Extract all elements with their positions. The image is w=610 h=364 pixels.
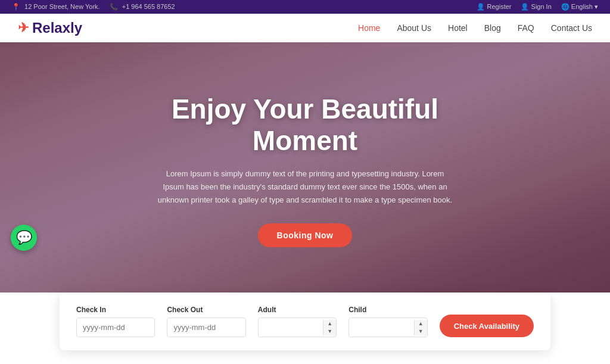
chevron-down-icon: ▾ — [595, 3, 598, 10]
adult-arrows: ▲ ▼ — [323, 320, 336, 335]
signin-icon: 👤 — [521, 3, 531, 10]
nav-item-blog[interactable]: Blog — [484, 23, 501, 33]
checkout-label: Check Out — [167, 306, 245, 314]
child-input[interactable]: 0 — [349, 318, 414, 337]
phone: 📞 +1 964 565 87652 — [110, 3, 175, 11]
child-label: Child — [348, 306, 427, 314]
address: 📍 12 Poor Street, New York. — [12, 3, 100, 11]
adult-down-arrow[interactable]: ▼ — [323, 328, 336, 335]
logo-text: Relaxly — [32, 20, 82, 36]
about-section: About Us Welcome to Relaxly Modern Hotel — [0, 350, 610, 364]
child-field: Child 0 ▲ ▼ — [348, 306, 427, 337]
adult-input[interactable]: 1 — [259, 318, 323, 337]
globe-icon: 🌐 — [561, 3, 571, 10]
search-box: Check In Check Out Adult 1 ▲ ▼ Child 0 ▲ — [60, 293, 550, 350]
plane-icon: ✈ — [18, 20, 29, 36]
nav-item-faq[interactable]: FAQ — [518, 23, 534, 33]
child-arrows: ▲ ▼ — [414, 320, 427, 335]
signin-link[interactable]: 👤 Sign In — [521, 3, 551, 11]
nav-item-hotel[interactable]: Hotel — [448, 23, 468, 33]
register-icon: 👤 — [477, 3, 487, 10]
nav-link-faq[interactable]: FAQ — [518, 23, 534, 33]
nav-item-contact[interactable]: Contact Us — [551, 23, 592, 33]
nav-link-home[interactable]: Home — [358, 23, 380, 33]
checkout-field: Check Out — [167, 306, 245, 337]
navbar: ✈ Relaxly Home About Us Hotel Blog FAQ C… — [0, 14, 610, 42]
hero-description: Lorem Ipsum is simply dummy text of the … — [156, 167, 454, 207]
adult-up-arrow[interactable]: ▲ — [323, 320, 336, 328]
child-spinner[interactable]: 0 ▲ ▼ — [348, 318, 427, 337]
hero-title: Enjoy Your Beautiful Moment — [119, 94, 491, 157]
hero-section: 💬 Enjoy Your Beautiful Moment Lorem Ipsu… — [0, 42, 610, 298]
logo[interactable]: ✈ Relaxly — [18, 20, 82, 36]
phone-icon: 📞 — [110, 3, 118, 10]
child-down-arrow[interactable]: ▼ — [415, 328, 427, 335]
nav-link-contact[interactable]: Contact Us — [551, 23, 592, 33]
search-section: Check In Check Out Adult 1 ▲ ▼ Child 0 ▲ — [0, 293, 610, 350]
nav-links: Home About Us Hotel Blog FAQ Contact Us — [358, 23, 592, 33]
nav-item-about[interactable]: About Us — [397, 23, 431, 33]
whatsapp-bubble[interactable]: 💬 — [11, 225, 37, 251]
nav-link-hotel[interactable]: Hotel — [448, 23, 468, 33]
adult-field: Adult 1 ▲ ▼ — [258, 306, 337, 337]
child-up-arrow[interactable]: ▲ — [415, 320, 427, 328]
adult-label: Adult — [258, 306, 337, 314]
checkin-label: Check In — [76, 306, 155, 314]
nav-item-home[interactable]: Home — [358, 23, 380, 33]
top-bar-left: 📍 12 Poor Street, New York. 📞 +1 964 565… — [12, 3, 175, 11]
whatsapp-icon: 💬 — [16, 230, 32, 245]
checkin-field: Check In — [76, 306, 155, 337]
top-bar-right: 👤 Register 👤 Sign In 🌐 English ▾ — [477, 3, 598, 11]
nav-link-blog[interactable]: Blog — [484, 23, 501, 33]
location-icon: 📍 — [12, 3, 20, 10]
adult-spinner[interactable]: 1 ▲ ▼ — [258, 318, 337, 337]
checkin-input[interactable] — [76, 318, 155, 337]
language-selector[interactable]: 🌐 English ▾ — [561, 3, 598, 11]
hero-content: Enjoy Your Beautiful Moment Lorem Ipsum … — [0, 42, 610, 298]
checkout-input[interactable] — [167, 318, 245, 337]
booking-now-button[interactable]: Booking Now — [258, 223, 353, 247]
top-bar: 📍 12 Poor Street, New York. 📞 +1 964 565… — [0, 0, 610, 14]
check-availability-button[interactable]: Check Availability — [440, 315, 534, 337]
nav-link-about[interactable]: About Us — [397, 23, 431, 33]
register-link[interactable]: 👤 Register — [477, 3, 511, 11]
